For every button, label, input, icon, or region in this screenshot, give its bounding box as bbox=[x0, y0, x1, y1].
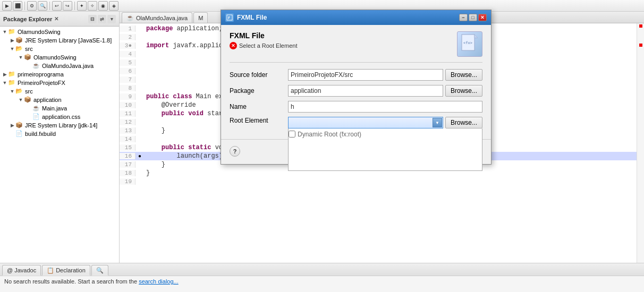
tree-item-primeiroprograma[interactable]: ▶ 📁 primeiroprograma bbox=[0, 70, 119, 79]
tree-label-olamundo: OlamundoSwing bbox=[18, 29, 61, 35]
tab-declaration[interactable]: 📋 Declaration bbox=[42, 265, 90, 276]
collapse-all-icon[interactable]: ⊟ bbox=[88, 15, 97, 23]
tree-item-main-java[interactable]: ☕ Main.java bbox=[0, 104, 119, 113]
tree-label-olamundo-java: OlaMundoJava.java bbox=[42, 63, 94, 69]
toolbar-btn-5[interactable]: ↩ bbox=[52, 1, 62, 11]
search-dialog-link[interactable]: search dialog... bbox=[139, 278, 179, 285]
tree-label-primeiroProjetoFX: PrimeiroProjetoFX bbox=[18, 80, 65, 86]
tab-javadoc[interactable]: @ Javadoc bbox=[2, 265, 41, 276]
wizard-error-icon: ✕ bbox=[230, 42, 237, 49]
tree-item-application[interactable]: ▼ 📦 application bbox=[0, 96, 119, 104]
dynamic-root-checkbox[interactable] bbox=[289, 131, 295, 138]
jar-icon-jre2: 📦 bbox=[15, 122, 23, 129]
help-button[interactable]: ? bbox=[230, 146, 240, 157]
folder-icon-src1: 📂 bbox=[15, 45, 23, 53]
root-element-browse-btn[interactable]: Browse... bbox=[445, 117, 482, 128]
package-explorer-panel: Package Explorer ✕ ⊟ ⇌ ▾ ▼ 📁 OlamundoSwi… bbox=[0, 12, 120, 263]
package-browse-btn[interactable]: Browse... bbox=[445, 85, 482, 97]
tree-item-primeiroProjetoFX[interactable]: ▼ 📁 PrimeiroProjetoFX bbox=[0, 79, 119, 87]
name-input[interactable] bbox=[288, 101, 482, 113]
javadoc-tab-icon: @ bbox=[7, 267, 13, 273]
tree-item-olamundo-swing[interactable]: ▼ 📁 OlamundoSwing bbox=[0, 28, 119, 36]
project-icon-olamundo: 📁 bbox=[7, 28, 16, 36]
dialog-minimize-btn[interactable]: − bbox=[459, 14, 468, 21]
toolbar-btn-3[interactable]: ⚙ bbox=[27, 1, 37, 11]
dialog-title-icon: F bbox=[225, 13, 234, 22]
toolbar-btn-6[interactable]: ↪ bbox=[63, 1, 72, 11]
package-explorer-label: Package Explorer bbox=[3, 16, 52, 22]
form-row-source-folder: Source folder Browse... bbox=[230, 69, 482, 81]
tree-item-jre2[interactable]: ▶ 📦 JRE System Library [jdk-14] bbox=[0, 121, 119, 130]
tree-item-src2[interactable]: ▼ 📂 src bbox=[0, 87, 119, 96]
search-tab-icon: 🔍 bbox=[96, 267, 104, 274]
wizard-image: <fx> bbox=[457, 31, 482, 57]
tree-item-olamundo-java[interactable]: ☕ OlaMundoJava.java bbox=[0, 62, 119, 70]
java-icon-olamundo: ☕ bbox=[32, 62, 40, 70]
editor-tab-label-olamundo: OlaMundoJava.java bbox=[136, 15, 188, 21]
package-explorer-close-icon[interactable]: ✕ bbox=[54, 16, 58, 22]
tree-label-jre1: JRE System Library [JavaSE-1.8] bbox=[25, 37, 112, 44]
project-icon-primeiroprograma: 📁 bbox=[7, 71, 16, 78]
dialog-titlebar: F FXML File − □ ✕ bbox=[221, 10, 491, 25]
tree-item-build-fxbuild[interactable]: 📄 build.fxbuild bbox=[0, 130, 119, 138]
fxml-icon: F bbox=[226, 14, 233, 21]
editor-tab-label-m: M bbox=[198, 15, 203, 21]
pkg-icon-olamundo: 📦 bbox=[23, 54, 32, 61]
toolbar-sep-3 bbox=[74, 2, 75, 10]
status-message: No search results available. Start a sea… bbox=[4, 278, 139, 285]
java-icon-tab: ☕ bbox=[126, 14, 134, 21]
source-folder-input[interactable] bbox=[288, 69, 443, 81]
dynamic-root-row: Dynamic Root (fx:root) bbox=[289, 131, 482, 138]
tree-item-src1[interactable]: ▼ 📂 src bbox=[0, 45, 119, 53]
editor-tab-m[interactable]: M bbox=[193, 12, 208, 23]
javadoc-tab-label: Javadoc bbox=[14, 267, 36, 273]
tree-arrow-primeiroprograma: ▶ bbox=[2, 72, 7, 77]
toolbar-btn-8[interactable]: ✧ bbox=[88, 1, 97, 11]
package-label: Package bbox=[230, 87, 288, 95]
error-marker-right bbox=[639, 24, 642, 28]
java-icon-main: ☕ bbox=[32, 105, 40, 112]
package-input[interactable] bbox=[288, 85, 443, 97]
form-row-package: Package Browse... bbox=[230, 85, 482, 97]
form-row-root-element: Root Element ▼ Dynamic Root (fx:root) Br… bbox=[230, 117, 482, 128]
tree-item-olamundo-pkg[interactable]: ▼ 📦 OlamundoSwing bbox=[0, 53, 119, 62]
tree-label-build-fxbuild: build.fxbuild bbox=[25, 131, 56, 137]
tree-arrow-primeiroProjetoFX: ▼ bbox=[2, 80, 7, 85]
toolbar-btn-2[interactable]: ⬛ bbox=[13, 1, 22, 11]
link-editor-icon[interactable]: ⇌ bbox=[98, 15, 106, 23]
toolbar-btn-9[interactable]: ◉ bbox=[98, 1, 108, 11]
view-menu-icon[interactable]: ▾ bbox=[107, 15, 116, 23]
tree-label-main-java: Main.java bbox=[42, 105, 67, 111]
wizard-subtitle: ✕ Select a Root Element bbox=[230, 42, 297, 49]
tree-arrow-blank2 bbox=[27, 106, 32, 111]
dialog-close-btn[interactable]: ✕ bbox=[478, 14, 487, 21]
pkg-icon-application: 📦 bbox=[23, 96, 32, 104]
toolbar-btn-4[interactable]: 🔍 bbox=[38, 1, 47, 11]
package-explorer-header: Package Explorer ✕ ⊟ ⇌ ▾ bbox=[0, 12, 119, 27]
tree-arrow-jre1: ▶ bbox=[10, 38, 15, 43]
tree-item-jre1[interactable]: ▶ 📦 JRE System Library [JavaSE-1.8] bbox=[0, 36, 119, 45]
name-label: Name bbox=[230, 103, 288, 110]
css-icon-app: 📄 bbox=[32, 113, 40, 121]
editor-right-margin bbox=[637, 23, 644, 263]
tree-label-src1: src bbox=[25, 46, 33, 52]
tree-arrow-blank1 bbox=[27, 63, 32, 68]
toolbar-btn-7[interactable]: ✦ bbox=[77, 1, 87, 11]
source-folder-browse-btn[interactable]: Browse... bbox=[445, 69, 482, 81]
root-element-dropdown[interactable] bbox=[288, 117, 443, 128]
tree-arrow-src1: ▼ bbox=[10, 46, 15, 51]
dialog-maximize-btn[interactable]: □ bbox=[469, 14, 477, 21]
toolbar-btn-10[interactable]: ◈ bbox=[109, 1, 118, 11]
toolbar-btn-1[interactable]: ▶ bbox=[2, 1, 12, 11]
folder-icon-src2: 📂 bbox=[15, 88, 23, 95]
toolbar-sep-1 bbox=[24, 2, 25, 10]
package-explorer-tree: ▼ 📁 OlamundoSwing ▶ 📦 JRE System Library… bbox=[0, 27, 119, 263]
svg-text:F: F bbox=[228, 16, 231, 20]
package-explorer-header-left: Package Explorer ✕ bbox=[3, 16, 58, 22]
wizard-header: FXML File ✕ Select a Root Element <fx> bbox=[230, 31, 482, 63]
tree-item-app-css[interactable]: 📄 application.css bbox=[0, 113, 119, 121]
tab-search[interactable]: 🔍 bbox=[91, 265, 108, 276]
editor-tab-olamundo[interactable]: ☕ OlaMundoJava.java bbox=[122, 12, 192, 23]
dialog-body: FXML File ✕ Select a Root Element <fx> bbox=[221, 25, 491, 139]
project-icon-primeiroProjetoFX: 📁 bbox=[7, 79, 16, 87]
